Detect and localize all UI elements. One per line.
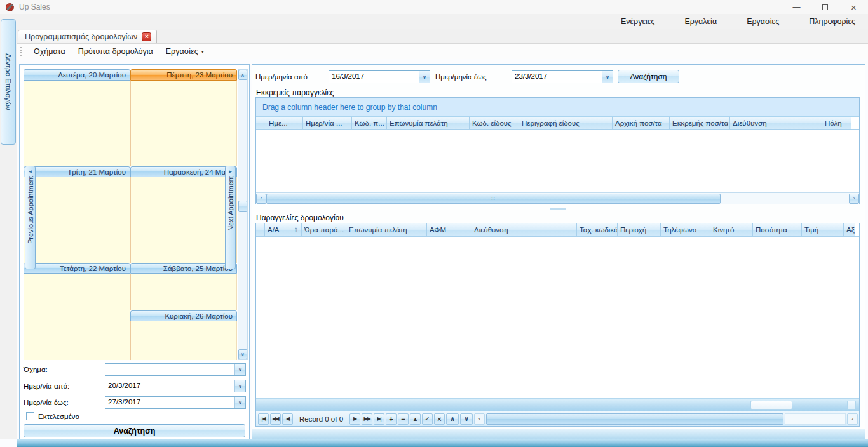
- nav-delete-button[interactable]: −: [398, 413, 409, 425]
- hscroll-thumb[interactable]: ::: [486, 413, 783, 425]
- grid-splitter[interactable]: [255, 206, 860, 210]
- column-header-customer-code[interactable]: Κωδ. π...: [352, 117, 387, 129]
- column-header-phone[interactable]: Τηλέφωνο: [661, 223, 710, 236]
- hscroll-track[interactable]: [785, 413, 846, 425]
- tab-route-scheduling[interactable]: Προγραμματισμός δρομολογίων ×: [18, 30, 157, 43]
- previous-appointment-tab[interactable]: ◀ Previous Appointment: [25, 166, 36, 269]
- route-grid-header-row: Α/Α ⇧ Ώρα παρά... Επωνυμία πελάτη ΑΦΜ Δι…: [256, 223, 859, 237]
- column-header-date[interactable]: Ημε...: [266, 117, 303, 129]
- group-by-bar[interactable]: Drag a column header here to group by th…: [256, 98, 859, 117]
- chevron-down-icon[interactable]: ∨: [234, 380, 245, 392]
- nav-post-button[interactable]: ✓: [422, 413, 433, 425]
- hscroll-thumb[interactable]: ::: [266, 194, 721, 204]
- day-cell-tuesday-21[interactable]: [24, 177, 130, 263]
- minimize-button[interactable]: —: [782, 0, 811, 14]
- column-header-price[interactable]: Τιμή: [802, 223, 844, 236]
- splitter-grip-icon[interactable]: ::: [238, 201, 247, 212]
- calendar-scrollbar[interactable]: ∧ :: ∨: [238, 69, 248, 360]
- scroll-down-icon[interactable]: ∨: [238, 349, 247, 359]
- column-header-pending-qty[interactable]: Εκκρεμής ποσ/τα: [670, 117, 730, 129]
- nav-move-down-button[interactable]: ∨: [460, 413, 473, 425]
- tab-close-icon[interactable]: ×: [142, 32, 151, 41]
- day-cell-thursday-23[interactable]: [130, 81, 237, 166]
- vehicle-label: Όχημα:: [24, 366, 48, 373]
- search-button-right[interactable]: Αναζήτηση: [618, 70, 679, 83]
- column-header-item-description[interactable]: Περιγραφή είδους: [519, 117, 613, 129]
- scroll-right-icon[interactable]: ›: [847, 413, 858, 425]
- column-header-customer-name[interactable]: Επωνυμία πελάτη: [387, 117, 470, 129]
- column-header-quantity[interactable]: Ποσότητα: [753, 223, 802, 236]
- toolbar-route-templates[interactable]: Πρότυπα δρομολόγια: [72, 47, 159, 56]
- column-header-delivery-time[interactable]: Ώρα παρά...: [302, 223, 346, 236]
- column-header-serial[interactable]: Α/Α ⇧: [265, 223, 302, 236]
- scroll-left-icon[interactable]: ‹: [256, 194, 266, 204]
- options-tree-tab[interactable]: Δέντρο Επιλογών: [1, 19, 16, 145]
- column-header-customer-name[interactable]: Επωνυμία πελάτη: [346, 223, 427, 236]
- column-header-city[interactable]: Πόλη: [822, 117, 851, 129]
- day-header-sunday-26[interactable]: Κυριακή, 26 Μαρτίου: [130, 310, 237, 321]
- date-to-label: Ημερ/νία έως:: [24, 399, 69, 406]
- toolbar-tasks[interactable]: Εργασίες ▾: [159, 47, 210, 56]
- column-header-address[interactable]: Διεύθυνση: [730, 117, 822, 129]
- nav-next-button[interactable]: ▶: [349, 413, 360, 425]
- column-header-item-code[interactable]: Κωδ. είδους: [470, 117, 519, 129]
- day-header-saturday-25[interactable]: Σάββατο, 25 Μαρτίου: [130, 263, 237, 274]
- nav-append-button[interactable]: +: [386, 413, 397, 425]
- toolbar: Οχήματα Πρότυπα δρομολόγια Εργασίες ▾: [17, 43, 868, 59]
- day-header-wednesday-22[interactable]: Τετάρτη, 22 Μαρτίου: [24, 263, 130, 274]
- nav-edit-button[interactable]: ▲: [410, 413, 421, 425]
- orders-date-from-label: Ημερ/μηνία από: [255, 73, 308, 81]
- search-button-left[interactable]: Αναζήτηση: [24, 424, 245, 437]
- toolbar-grip-icon[interactable]: [20, 47, 22, 56]
- day-cell-sunday-26[interactable]: [130, 321, 237, 360]
- day-header-monday-20[interactable]: Δευτέρα, 20 Μαρτίου: [24, 69, 130, 81]
- column-header-postal-code[interactable]: Ταχ. κωδικός: [577, 223, 618, 236]
- nav-prev-page-button[interactable]: ◀◀: [270, 413, 281, 425]
- day-header-tuesday-21[interactable]: Τρίτη, 21 Μαρτίου: [24, 166, 130, 177]
- scroll-up-icon[interactable]: ∧: [238, 70, 247, 80]
- orders-date-from-select[interactable]: 16/3/2017 ∨: [329, 70, 430, 83]
- maximize-button[interactable]: [811, 0, 839, 14]
- scroll-right-icon[interactable]: ›: [849, 194, 859, 204]
- column-header-value[interactable]: Αξ: [844, 223, 855, 236]
- next-appointment-icon: ▶: [229, 169, 232, 173]
- column-header-address[interactable]: Διεύθυνση: [471, 223, 577, 236]
- date-to-select[interactable]: 27/3/2017 ∨: [105, 396, 246, 409]
- scroll-left-icon[interactable]: ‹: [474, 413, 485, 425]
- nav-prev-button[interactable]: ◀: [282, 413, 293, 425]
- nav-next-page-button[interactable]: ▶▶: [362, 413, 372, 425]
- column-header-area[interactable]: Περιοχή: [618, 223, 661, 236]
- orders-date-to-select[interactable]: 23/3/2017 ∨: [512, 70, 613, 83]
- close-button[interactable]: ×: [839, 0, 868, 14]
- menu-actions[interactable]: Ενέργειες: [621, 17, 654, 26]
- chevron-down-icon[interactable]: ∨: [419, 71, 430, 83]
- executed-checkbox[interactable]: [26, 412, 34, 420]
- route-grid-hscrollbar[interactable]: [256, 398, 859, 411]
- nav-first-button[interactable]: |◀: [258, 413, 269, 425]
- column-header-vat-number[interactable]: ΑΦΜ: [427, 223, 471, 236]
- nav-move-up-button[interactable]: ∧: [446, 413, 459, 425]
- chevron-down-icon[interactable]: ∨: [234, 364, 245, 375]
- day-cell-monday-20[interactable]: [24, 81, 130, 166]
- day-cell-saturday-25[interactable]: [130, 274, 237, 310]
- toolbar-vehicles[interactable]: Οχήματα: [27, 47, 72, 56]
- column-header-mobile[interactable]: Κινητό: [710, 223, 753, 236]
- nav-cancel-button[interactable]: ×: [434, 413, 445, 425]
- menu-tasks[interactable]: Εργασίες: [747, 17, 779, 26]
- date-from-select[interactable]: 20/3/2017 ∨: [105, 380, 246, 392]
- next-appointment-tab[interactable]: ▶ Next Appointment: [225, 166, 236, 269]
- hscroll-thumb[interactable]: [750, 401, 792, 410]
- menu-tools[interactable]: Εργαλεία: [684, 17, 717, 26]
- day-header-thursday-23-selected[interactable]: Πέμπτη, 23 Μαρτίου: [130, 69, 237, 81]
- vehicle-select[interactable]: ∨: [105, 363, 246, 376]
- day-header-friday-24[interactable]: Παρασκευή, 24 Μαρτ: [130, 166, 237, 177]
- chevron-down-icon[interactable]: ∨: [602, 71, 613, 83]
- nav-last-button[interactable]: ▶|: [374, 413, 384, 425]
- pending-grid-hscrollbar[interactable]: ‹ :: ›: [256, 192, 859, 204]
- menu-information[interactable]: Πληροφορίες: [809, 17, 855, 26]
- day-cell-wednesday-22[interactable]: [24, 274, 130, 360]
- column-header-date-delivery[interactable]: Ημερ/νία ...: [303, 117, 352, 129]
- chevron-down-icon[interactable]: ∨: [234, 397, 245, 408]
- column-header-initial-qty[interactable]: Αρχική ποσ/τα: [613, 117, 670, 129]
- day-cell-friday-24[interactable]: [130, 177, 237, 263]
